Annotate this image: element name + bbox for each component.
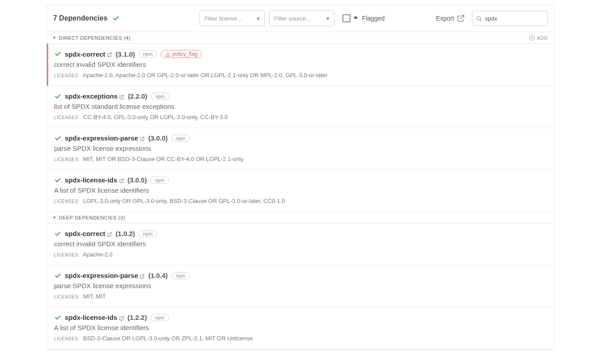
dependency-version: (1.0.2) (116, 230, 135, 237)
section-header[interactable]: ▾DEEP DEPENDENCIES (3) (47, 212, 554, 223)
dependency-description: correct invalid SPDX identifiers (54, 61, 547, 68)
dependency-header: spdx-correct(1.0.2)npm (54, 230, 547, 237)
source-pill: npm (138, 230, 157, 237)
dependency-header: spdx-expression-parse(3.0.0)npm (54, 134, 547, 142)
dependency-licenses: LICENSES: MIT, MIT OR BSD-3-Clause OR CC… (54, 156, 547, 162)
licenses-value: BSD-3-Clause OR LGPL-3.0-only OR ZPL-2.1… (83, 335, 253, 342)
svg-point-0 (477, 17, 480, 20)
external-link-icon (107, 230, 112, 237)
external-link-icon (119, 314, 124, 321)
status-check-icon (54, 230, 61, 237)
status-check-icon (54, 272, 61, 279)
dependency-row: spdx-expression-parse(1.0.4)npmparse SPD… (47, 265, 554, 307)
search-box[interactable] (472, 11, 548, 26)
dependency-name: spdx-correct (65, 230, 105, 237)
caret-down-icon: ▾ (53, 35, 56, 41)
dependency-name: spdx-correct (65, 50, 105, 58)
status-check-icon (54, 50, 61, 58)
dependency-name: spdx-expression-parse (65, 272, 138, 279)
status-check-icon (54, 314, 61, 321)
licenses-value: Apache-2.0, Apache-2.0 OR GPL-2.0-or-lat… (83, 72, 328, 79)
dependency-row: spdx-license-ids(3.0.5)npmA list of SPDX… (47, 170, 554, 212)
filter-license-select[interactable]: Filter license... ▾ (200, 10, 265, 26)
dependency-name-link[interactable]: spdx-exceptions (65, 92, 124, 100)
dependency-name: spdx-expression-parse (65, 134, 138, 142)
status-check-icon (54, 177, 61, 184)
licenses-label: LICENSES: (54, 73, 80, 78)
source-pill: npm (171, 135, 190, 142)
external-link-icon (140, 272, 145, 279)
status-check-icon (112, 15, 119, 22)
dependency-row: spdx-exceptions(2.2.0)npmlist of SPDX st… (47, 86, 554, 128)
add-button[interactable]: +ADD (529, 35, 548, 41)
licenses-label: LICENSES: (54, 157, 80, 162)
dependency-row: spdx-license-ids(1.2.2)npmA list of SPDX… (47, 307, 554, 349)
licenses-label: LICENSES: (54, 115, 80, 120)
dependency-name: spdx-license-ids (65, 176, 117, 184)
external-link-icon (119, 92, 124, 100)
alert-icon (165, 51, 171, 57)
export-button[interactable]: Export (436, 14, 465, 22)
filter-license-placeholder: Filter license... (205, 15, 242, 22)
dependency-description: A list of SPDX license identifiers (54, 186, 547, 194)
page-title: 7 Dependencies (53, 14, 108, 22)
section-title: DIRECT DEPENDENCIES (4) (59, 35, 131, 41)
flagged-filter[interactable]: Flagged (342, 14, 385, 22)
dependency-header: spdx-correct(3.1.0)npmpolicy_flag (54, 50, 547, 58)
source-pill: npm (150, 177, 169, 184)
external-link-icon (119, 176, 124, 184)
dependency-name-link[interactable]: spdx-license-ids (65, 176, 124, 184)
dependency-version: (3.0.5) (128, 176, 147, 184)
dependency-name-link[interactable]: spdx-correct (65, 230, 112, 237)
dependency-name-link[interactable]: spdx-license-ids (65, 314, 124, 321)
flagged-checkbox[interactable] (342, 14, 351, 22)
dependency-description: parse SPDX license expressions (54, 145, 547, 152)
source-pill: npm (171, 272, 190, 279)
filter-source-select[interactable]: Filter source... ▾ (269, 10, 334, 26)
licenses-value: LGPL-3.0-only OR GPL-3.0-only, BSD-3-Cla… (83, 198, 285, 204)
dependency-description: list of SPDX standard license exceptions (54, 103, 547, 110)
dependency-licenses: LICENSES: MIT, MIT (54, 293, 547, 300)
dependency-row: spdx-correct(3.1.0)npmpolicy_flagcorrect… (47, 44, 554, 86)
dependency-name: spdx-license-ids (65, 314, 117, 321)
svg-point-1 (167, 55, 168, 56)
licenses-label: LICENSES: (54, 336, 80, 341)
status-check-icon (54, 93, 61, 100)
caret-down-icon: ▾ (326, 15, 330, 22)
dependency-description: A list of SPDX license identifiers (54, 324, 547, 331)
dependency-description: parse SPDX license expressions (54, 282, 547, 290)
status-check-icon (54, 135, 61, 142)
search-input[interactable] (485, 15, 544, 22)
licenses-label: LICENSES: (54, 199, 80, 204)
caret-down-icon: ▾ (257, 15, 260, 22)
dependency-version: (1.2.2) (128, 314, 147, 321)
licenses-value: MIT, MIT (83, 293, 106, 300)
licenses-value: CC-BY-4.0, GPL-3.0-only OR LGPL-3.0-only… (83, 114, 228, 120)
licenses-label: LICENSES: (54, 252, 80, 257)
dependency-header: spdx-license-ids(1.2.2)npm (54, 314, 547, 321)
licenses-label: LICENSES: (54, 294, 80, 299)
licenses-value: MIT, MIT OR BSD-3-Clause OR CC-BY-4.0 OR… (83, 156, 243, 162)
flag-label: policy_flag (172, 51, 198, 57)
dependency-licenses: LICENSES: CC-BY-4.0, GPL-3.0-only OR LGP… (54, 114, 547, 120)
export-label: Export (436, 15, 454, 22)
dependency-name-link[interactable]: spdx-correct (65, 50, 112, 58)
dependency-licenses: LICENSES: LGPL-3.0-only OR GPL-3.0-only,… (54, 198, 547, 204)
dependency-description: correct invalid SPDX identifiers (54, 240, 547, 248)
dependency-header: spdx-exceptions(2.2.0)npm (54, 92, 547, 100)
dependency-name-link[interactable]: spdx-expression-parse (65, 272, 145, 279)
flag-icon (353, 15, 359, 22)
dependency-version: (3.0.0) (148, 134, 167, 142)
dependency-header: spdx-expression-parse(1.0.4)npm (54, 272, 547, 279)
add-label: ADD (537, 35, 548, 41)
source-pill: npm (151, 93, 169, 100)
filter-source-placeholder: Filter source... (274, 15, 311, 22)
external-link-icon (140, 134, 145, 142)
section-header[interactable]: ▾DIRECT DEPENDENCIES (4)+ADD (47, 32, 554, 44)
dependency-header: spdx-license-ids(3.0.5)npm (54, 176, 547, 184)
export-icon (457, 14, 465, 22)
dependency-name-link[interactable]: spdx-expression-parse (65, 134, 145, 142)
flagged-label: Flagged (362, 15, 385, 22)
dependency-licenses: LICENSES: Apache-2.0 (54, 251, 547, 258)
dependency-row: spdx-expression-parse(3.0.0)npmparse SPD… (47, 128, 554, 170)
